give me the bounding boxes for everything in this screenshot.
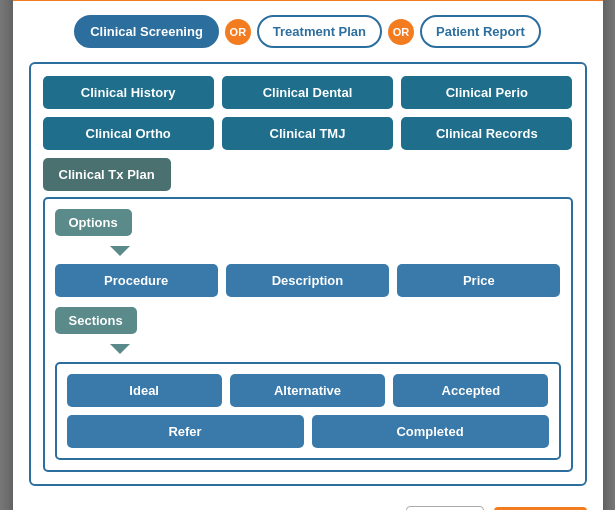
ideal-button[interactable]: Ideal: [67, 374, 222, 407]
options-label-bar: Options: [55, 209, 132, 236]
content-box: Clinical History Clinical Dental Clinica…: [29, 62, 587, 486]
sections-arrow: [110, 344, 130, 354]
procedure-button[interactable]: Procedure: [55, 264, 218, 297]
sections-grid-row1: Ideal Alternative Accepted: [67, 374, 549, 407]
or-badge-2: OR: [388, 19, 414, 45]
clinical-grid-row1: Clinical History Clinical Dental Clinica…: [43, 76, 573, 109]
inner-options-box: Options Procedure Description Price Sect…: [43, 197, 573, 472]
modal-footer: Cancel Generate: [13, 496, 603, 510]
tab-treatment-plan[interactable]: Treatment Plan: [257, 15, 382, 48]
completed-button[interactable]: Completed: [312, 415, 549, 448]
clinical-dental-button[interactable]: Clinical Dental: [222, 76, 393, 109]
modal-overlay: Print × Clinical Screening OR Treatment …: [0, 0, 615, 510]
clinical-records-button[interactable]: Clinical Records: [401, 117, 572, 150]
cancel-button[interactable]: Cancel: [406, 506, 484, 510]
options-arrow: [110, 246, 130, 256]
clinical-history-button[interactable]: Clinical History: [43, 76, 214, 109]
options-grid: Procedure Description Price: [55, 264, 561, 297]
print-modal: Print × Clinical Screening OR Treatment …: [13, 0, 603, 510]
alternative-button[interactable]: Alternative: [230, 374, 385, 407]
accepted-button[interactable]: Accepted: [393, 374, 548, 407]
sections-inner-box: Ideal Alternative Accepted Refer Complet…: [55, 362, 561, 460]
clinical-ortho-button[interactable]: Clinical Ortho: [43, 117, 214, 150]
or-badge-1: OR: [225, 19, 251, 45]
modal-body: Clinical Screening OR Treatment Plan OR …: [13, 1, 603, 496]
clinical-tx-plan-button[interactable]: Clinical Tx Plan: [43, 158, 171, 191]
price-button[interactable]: Price: [397, 264, 560, 297]
tabs-row: Clinical Screening OR Treatment Plan OR …: [29, 15, 587, 48]
sections-label-bar: Sections: [55, 307, 137, 334]
clinical-perio-button[interactable]: Clinical Perio: [401, 76, 572, 109]
refer-button[interactable]: Refer: [67, 415, 304, 448]
clinical-tmj-button[interactable]: Clinical TMJ: [222, 117, 393, 150]
tab-patient-report[interactable]: Patient Report: [420, 15, 541, 48]
tab-clinical-screening[interactable]: Clinical Screening: [74, 15, 219, 48]
sections-grid-row2: Refer Completed: [67, 415, 549, 448]
tx-plan-row: Clinical Tx Plan: [43, 158, 573, 191]
description-button[interactable]: Description: [226, 264, 389, 297]
clinical-grid-row2: Clinical Ortho Clinical TMJ Clinical Rec…: [43, 117, 573, 150]
